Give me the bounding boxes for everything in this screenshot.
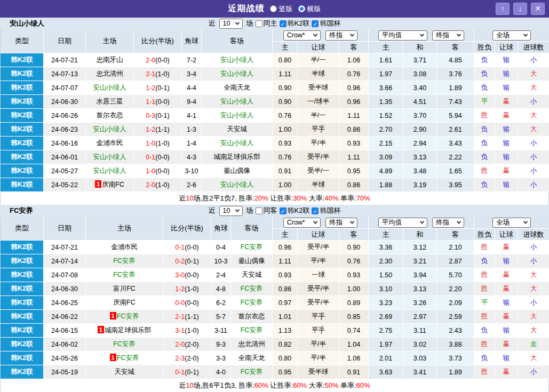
- summary-text: 让胜率:: [268, 381, 293, 389]
- table-row: 韩K2联24-06-26首尔衣恋0-3(0-1)4-1安山小绿人0.76半/一1…: [1, 109, 549, 123]
- halftime-score: (0-0): [185, 299, 198, 307]
- chevron-down-icon: [419, 219, 424, 223]
- cell-corners: 1-3: [182, 123, 202, 137]
- team-label: FC安养: [113, 257, 136, 265]
- halftime-score: (0-0): [185, 244, 198, 251]
- subcol-header-avg-draw: 和: [403, 42, 437, 53]
- cup-filter-checkbox[interactable]: 韩国杯: [312, 206, 340, 215]
- cell-corners: 3-11: [211, 324, 231, 338]
- move-down-button[interactable]: ↓: [513, 3, 527, 15]
- cell-result-outcome: 负: [474, 254, 495, 268]
- cell-result-outcome: 平: [474, 296, 495, 310]
- fulltime-score: 0-2: [175, 258, 185, 265]
- cell-home-team: 首尔衣恋: [86, 109, 134, 123]
- cell-result-goals: 大: [518, 123, 549, 137]
- cell-away-team: 安山小绿人: [202, 178, 273, 192]
- cell-date: 24-06-25: [44, 296, 86, 310]
- cell-result-goals: 大: [518, 282, 549, 296]
- match-scope-select[interactable]: 全场: [492, 30, 531, 41]
- same-venue-checkbox[interactable]: 同客: [256, 206, 277, 215]
- cell-date: 24-07-07: [44, 81, 86, 95]
- match-count-select[interactable]: 10: [219, 206, 243, 216]
- fulltime-score: 0-3: [146, 112, 155, 119]
- cell-avg-away: 2.43: [437, 324, 474, 338]
- cell-result-goals: 大: [518, 81, 549, 95]
- cell-avg-draw: 3.13: [403, 150, 437, 164]
- team-label: 金浦市民: [111, 243, 138, 251]
- league-filter-checkbox[interactable]: 韩K2联: [280, 206, 310, 215]
- cell-avg-home: 3.63: [369, 365, 403, 379]
- games-label: 场: [246, 206, 253, 215]
- final-avg-select[interactable]: 终指: [432, 218, 464, 228]
- average-select[interactable]: 平均值: [378, 30, 427, 41]
- final-odds-select[interactable]: 终指: [325, 30, 357, 41]
- cell-home-team: 安山小绿人: [86, 81, 134, 95]
- cell-score: 2-0(1-0): [134, 178, 182, 192]
- chevron-down-icon: [523, 32, 528, 36]
- table-row: 韩K2联24-07-07安山小绿人1-2(0-1)4-4全南天龙0.90受半球0…: [1, 81, 549, 95]
- cell-avg-draw: 3.41: [403, 365, 437, 379]
- cell-avg-home: 3.10: [369, 282, 403, 296]
- layout-radio-horizontal[interactable]: 横版: [298, 4, 321, 14]
- cell-away-odds: 0.96: [339, 95, 369, 109]
- subcol-header-avg-away: 客: [437, 42, 474, 53]
- bookmaker-select[interactable]: Crow*: [283, 218, 321, 228]
- halftime-score: (0-0): [185, 271, 198, 279]
- cell-avg-draw: 3.02: [403, 338, 437, 351]
- cell-avg-home: 2.01: [369, 351, 403, 365]
- cell-corners: 7-2: [182, 53, 202, 67]
- cup-filter-checkbox[interactable]: 韩国杯: [312, 19, 340, 28]
- cell-avg-home: 3.36: [369, 241, 403, 254]
- final-odds-select[interactable]: 终指: [325, 218, 357, 228]
- cell-handicap-line: 平手: [298, 123, 339, 137]
- cell-corners: 4-0: [211, 365, 231, 379]
- match-scope-select[interactable]: 全场: [492, 218, 531, 228]
- same-venue-checkbox[interactable]: 同主: [256, 19, 277, 28]
- team-section: 安山小绿人 近 10 场 同主 韩K2联 韩国杯: [0, 18, 549, 205]
- average-group-header: 平均值 终指: [369, 217, 474, 229]
- cell-avg-away: 5.94: [437, 109, 474, 123]
- cell-score: 2-1(1-0): [134, 67, 182, 81]
- subcol-header-goals: 进球数: [518, 42, 549, 53]
- league-filter-checkbox[interactable]: 韩K2联: [280, 19, 310, 28]
- checkbox-label: 同主: [264, 19, 277, 28]
- fulltime-score: 1-1: [146, 98, 155, 106]
- cell-avg-away: 1.89: [437, 81, 474, 95]
- red-card-badge: 1: [95, 180, 101, 188]
- average-select[interactable]: 平均值: [378, 218, 427, 228]
- close-button[interactable]: ✕: [531, 3, 545, 15]
- col-header-corners: 角球: [182, 29, 202, 53]
- cell-home-odds: 0.93: [273, 268, 298, 282]
- halftime-score: (0-1): [155, 84, 169, 92]
- match-count-select[interactable]: 10: [219, 19, 243, 29]
- radio-icon: [270, 5, 277, 12]
- cell-away-odds: 0.90: [339, 241, 369, 254]
- team-label: 安山小绿人: [220, 181, 254, 188]
- halftime-score: (1-0): [185, 327, 198, 334]
- move-up-button[interactable]: ↑: [496, 3, 510, 15]
- final-avg-select[interactable]: 终指: [432, 30, 464, 41]
- subcol-header-avg-away: 客: [437, 229, 474, 241]
- bookmaker-select[interactable]: Crow*: [283, 30, 321, 41]
- cell-away-odds: 0.91: [339, 365, 369, 379]
- cell-away-team: 首尔衣恋: [231, 310, 273, 324]
- cell-home-team: 金浦市民: [86, 241, 163, 254]
- cell-handicap-line: 一球: [298, 268, 339, 282]
- cell-score: 1-2(1-1): [134, 123, 182, 137]
- cell-league: 韩K2联: [1, 254, 44, 268]
- cell-result-goals: 大: [518, 109, 549, 123]
- layout-radio-vertical[interactable]: 竖版: [270, 4, 293, 14]
- cell-away-odds: 0.76: [339, 254, 369, 268]
- scope-group-header: 全场: [474, 217, 549, 229]
- titlebar: 近期战绩 竖版 横版 ↑ ↓ ✕: [0, 0, 549, 18]
- cell-avg-home: 2.70: [369, 123, 403, 137]
- cell-avg-home: 2.75: [369, 324, 403, 338]
- cell-avg-draw: 3.21: [403, 254, 437, 268]
- cell-avg-away: 4.85: [437, 53, 474, 67]
- table-row: 韩K2联24-06-16金浦市民1-0(1-0)1-4安山小绿人0.93平/半0…: [1, 137, 549, 150]
- cell-result-handicap: 输: [495, 137, 518, 150]
- cell-away-team: 忠北清州: [231, 338, 273, 351]
- team-label: FC安养: [241, 326, 263, 334]
- cell-result-goals: 小: [518, 137, 549, 150]
- cell-result-handicap: 输: [495, 67, 518, 81]
